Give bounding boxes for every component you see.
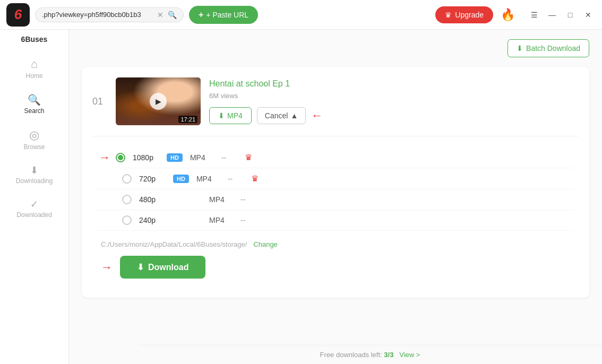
play-button-overlay[interactable]: ▶ <box>150 93 167 110</box>
sidebar-browse-label: Browse <box>23 143 45 151</box>
browse-icon: ◎ <box>29 129 39 141</box>
format-1080p: MP4 <box>190 153 214 162</box>
upgrade-label: Upgrade <box>455 11 484 19</box>
quality-row-1080p[interactable]: 1080p HD MP4 -- ♛ <box>116 147 573 168</box>
quality-row-1080p-container: → 1080p HD MP4 -- ♛ <box>98 147 573 168</box>
fire-icon: 🔥 <box>501 8 515 22</box>
search-icon: 🔍 <box>28 94 41 105</box>
plus-icon: + <box>199 10 203 20</box>
download-small-icon: ⬇ <box>218 111 225 120</box>
download-path-text: C:/Users/moniz/AppData/Local/6Buses/stor… <box>101 240 247 248</box>
hd-badge-720p: HD <box>173 175 189 183</box>
batch-download-button[interactable]: ⬇ Batch Download <box>508 39 589 57</box>
radio-240p[interactable] <box>122 215 132 225</box>
chevron-up-icon: ▲ <box>290 111 298 120</box>
cancel-label: Cancel <box>265 111 288 120</box>
size-480p: -- <box>240 195 256 204</box>
downloading-icon: ⬇ <box>30 166 38 175</box>
batch-download-label: Batch Download <box>526 44 580 53</box>
premium-icon-1080p: ♛ <box>245 152 252 162</box>
sidebar-downloaded-label: Downloaded <box>16 211 52 219</box>
hd-badge-1080p: HD <box>167 153 183 162</box>
download-action-row: → ⬇ Download <box>98 254 573 287</box>
home-icon: ⌂ <box>31 58 38 70</box>
titlebar: 6 .php?viewkey=ph5ff90bcb0b1b3 ✕ 🔍 + + P… <box>0 0 602 30</box>
sidebar-item-home[interactable]: ⌂ Home <box>0 51 68 87</box>
paste-url-label: + Paste URL <box>206 11 248 19</box>
size-1080p: -- <box>221 153 237 162</box>
quality-label-480p: 480p <box>139 195 166 204</box>
video-header: 01 ▶ 17:21 Hentai at school Ep 1 6M view… <box>92 77 579 136</box>
minimize-button[interactable]: — <box>545 7 560 22</box>
quality-label-240p: 240p <box>139 216 166 224</box>
upgrade-button[interactable]: ♛ Upgrade <box>435 6 493 23</box>
sidebar-item-downloaded[interactable]: ✓ Downloaded <box>0 192 68 226</box>
footer-count: 3/3 <box>384 351 393 359</box>
quality-section: → 1080p HD MP4 -- ♛ 720p HD <box>92 147 579 287</box>
sidebar-home-label: Home <box>25 72 42 80</box>
quality-label-1080p: 1080p <box>133 153 159 162</box>
app-title: 6Buses <box>21 35 48 44</box>
sidebar-search-label: Search <box>24 107 44 115</box>
change-path-button[interactable]: Change <box>253 240 278 248</box>
format-720p: MP4 <box>196 175 220 183</box>
arrow-pointing-cancel: ← <box>311 109 323 123</box>
premium-icon-720p: ♛ <box>251 174 259 184</box>
quality-row-240p[interactable]: 240p MP4 -- <box>98 210 573 231</box>
video-duration: 17:21 <box>178 116 197 123</box>
arrow-to-download: → <box>101 261 113 274</box>
radio-inner-1080p <box>118 155 123 160</box>
mp4-button[interactable]: ⬇ MP4 <box>209 107 252 124</box>
size-240p: -- <box>240 216 256 224</box>
radio-720p[interactable] <box>122 174 132 184</box>
video-title: Hentai at school Ep 1 <box>209 79 579 89</box>
paste-url-button[interactable]: + + Paste URL <box>189 6 258 24</box>
menu-button[interactable]: ☰ <box>527 7 541 22</box>
arrow-to-1080p: → <box>99 151 110 164</box>
video-card: 01 ▶ 17:21 Hentai at school Ep 1 6M view… <box>82 67 589 298</box>
window-controls: ☰ — □ ✕ <box>527 7 596 22</box>
video-number: 01 <box>92 96 107 107</box>
maximize-button[interactable]: □ <box>563 7 578 22</box>
url-bar: .php?viewkey=ph5ff90bcb0b1b3 ✕ 🔍 <box>35 7 184 22</box>
url-search-icon[interactable]: 🔍 <box>168 11 177 19</box>
logo-text: 6 <box>14 6 22 23</box>
sidebar: 6Buses ⌂ Home 🔍 Search ◎ Browse ⬇ Downlo… <box>0 30 69 364</box>
size-720p: -- <box>228 175 244 183</box>
app-logo: 6 <box>6 3 30 27</box>
main-layout: 6Buses ⌂ Home 🔍 Search ◎ Browse ⬇ Downlo… <box>0 30 602 364</box>
video-info: Hentai at school Ep 1 6M views ⬇ MP4 Can… <box>209 79 579 124</box>
video-actions: ⬇ MP4 Cancel ▲ ← <box>209 107 579 124</box>
sidebar-item-browse[interactable]: ◎ Browse <box>0 122 68 158</box>
video-thumbnail[interactable]: ▶ 17:21 <box>116 77 201 125</box>
footer-view-link[interactable]: View > <box>399 351 420 359</box>
quality-row-480p[interactable]: 480p MP4 -- <box>98 189 573 210</box>
crown-icon: ♛ <box>445 11 452 19</box>
downloaded-icon: ✓ <box>30 200 38 209</box>
download-btn-icon: ⬇ <box>137 262 144 272</box>
footer: Free downloads left: 3/3 View > <box>138 345 602 364</box>
url-text: .php?viewkey=ph5ff90bcb0b1b3 <box>42 11 153 19</box>
url-clear-icon[interactable]: ✕ <box>157 11 164 19</box>
sidebar-downloading-label: Downloading <box>16 177 53 185</box>
batch-download-icon: ⬇ <box>517 44 523 53</box>
quality-label-720p: 720p <box>139 175 166 183</box>
quality-row-720p[interactable]: 720p HD MP4 -- ♛ <box>98 168 573 189</box>
download-button[interactable]: ⬇ Download <box>120 256 205 279</box>
download-btn-label: Download <box>148 263 188 272</box>
close-button[interactable]: ✕ <box>581 7 596 22</box>
content-area: ⬇ Batch Download 01 ▶ 17:21 Hentai at sc… <box>69 30 602 364</box>
format-480p: MP4 <box>209 195 233 204</box>
radio-480p[interactable] <box>122 195 132 204</box>
footer-text-prefix: Free downloads left: <box>320 351 384 359</box>
format-240p: MP4 <box>209 216 233 224</box>
sidebar-item-downloading[interactable]: ⬇ Downloading <box>0 158 68 192</box>
video-views: 6M views <box>209 92 579 100</box>
sidebar-item-search[interactable]: 🔍 Search <box>0 87 68 122</box>
radio-1080p[interactable] <box>116 153 125 162</box>
download-path-row: C:/Users/moniz/AppData/Local/6Buses/stor… <box>98 233 573 254</box>
mp4-label: MP4 <box>227 111 243 120</box>
cancel-button[interactable]: Cancel ▲ <box>257 107 306 124</box>
